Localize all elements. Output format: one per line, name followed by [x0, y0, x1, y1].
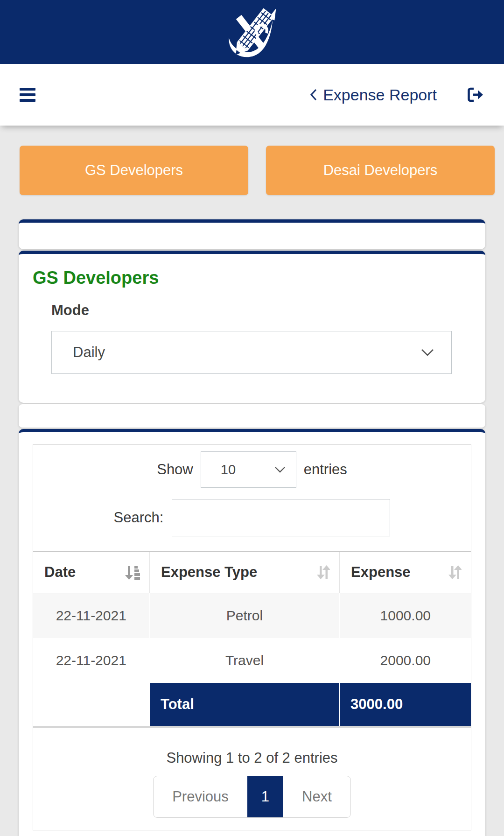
- mode-label: Mode: [51, 302, 472, 319]
- cell-empty: [33, 683, 150, 727]
- sort-descending-icon: [125, 564, 140, 581]
- logout-button[interactable]: [467, 87, 484, 103]
- table-info: Showing 1 to 2 of 2 entries: [33, 750, 471, 766]
- collapsed-panel-strip[interactable]: [19, 219, 485, 249]
- table-header-row: Date: [33, 552, 471, 593]
- total-value-cell: 3000.00: [340, 683, 471, 727]
- sort-both-icon: [448, 564, 462, 580]
- hamburger-bar: [20, 99, 35, 102]
- report-settings-card: GS Developers Mode Daily: [19, 251, 485, 403]
- chevron-down-icon: [274, 466, 286, 473]
- expense-table: Date: [33, 551, 471, 728]
- pagination-group: Previous 1 Next: [153, 776, 351, 818]
- spacer-strip: [19, 404, 485, 428]
- total-label-cell: Total: [150, 683, 340, 727]
- search-control: Search:: [33, 499, 471, 536]
- column-header-expense[interactable]: Expense: [340, 552, 471, 593]
- entries-label: entries: [304, 461, 347, 478]
- column-label: Expense: [351, 564, 411, 581]
- page-length-control: Show 10 entries: [33, 451, 471, 488]
- cell-expense-type: Petrol: [150, 593, 340, 639]
- page-size-value: 10: [221, 462, 236, 478]
- desai-developers-button[interactable]: Desai Developers: [266, 146, 495, 195]
- pagination-next-button[interactable]: Next: [283, 776, 350, 817]
- company-buttons-row: GS Developers Desai Developers: [20, 146, 495, 195]
- cell-date: 22-11-2021: [33, 638, 150, 683]
- company-title: GS Developers: [33, 268, 472, 288]
- column-header-expense-type[interactable]: Expense Type: [150, 552, 340, 593]
- hamburger-bar: [20, 93, 35, 96]
- hamburger-menu-button[interactable]: [20, 86, 35, 104]
- app-logo-icon: [224, 6, 280, 63]
- hamburger-bar: [20, 88, 35, 91]
- column-label: Date: [44, 564, 76, 581]
- pagination: Previous 1 Next: [33, 776, 471, 818]
- chevron-down-icon: [420, 348, 434, 357]
- cell-date: 22-11-2021: [33, 593, 150, 639]
- show-label: Show: [157, 461, 193, 478]
- page-size-select[interactable]: 10: [201, 451, 296, 488]
- brand-header: [0, 0, 504, 64]
- cell-expense: 1000.00: [340, 593, 471, 639]
- sort-both-icon: [316, 564, 330, 580]
- page-title: Expense Report: [323, 86, 437, 104]
- search-input[interactable]: [172, 499, 390, 536]
- cell-expense: 2000.00: [340, 638, 471, 683]
- mode-select-value: Daily: [73, 344, 105, 361]
- nav-bar: Expense Report: [0, 64, 504, 126]
- page-content: GS Developers Desai Developers GS Develo…: [0, 126, 504, 836]
- expense-table-card: Show 10 entries Search:: [19, 429, 485, 836]
- column-label: Expense Type: [161, 564, 257, 581]
- total-row: Total 3000.00: [33, 683, 471, 727]
- mode-select[interactable]: Daily: [51, 331, 452, 374]
- search-label: Search:: [114, 509, 164, 526]
- table-row: 22-11-2021 Travel 2000.00: [33, 638, 471, 683]
- table-row: 22-11-2021 Petrol 1000.00: [33, 593, 471, 639]
- logout-icon: [467, 87, 484, 103]
- pagination-previous-button[interactable]: Previous: [154, 776, 247, 817]
- page-title-group[interactable]: Expense Report: [309, 86, 437, 104]
- pagination-page-1-button[interactable]: 1: [247, 776, 283, 817]
- gs-developers-button[interactable]: GS Developers: [20, 146, 248, 195]
- column-header-date[interactable]: Date: [33, 552, 150, 593]
- cell-expense-type: Travel: [150, 638, 340, 683]
- back-chevron-icon: [309, 87, 317, 102]
- datatable-container: Show 10 entries Search:: [33, 444, 471, 830]
